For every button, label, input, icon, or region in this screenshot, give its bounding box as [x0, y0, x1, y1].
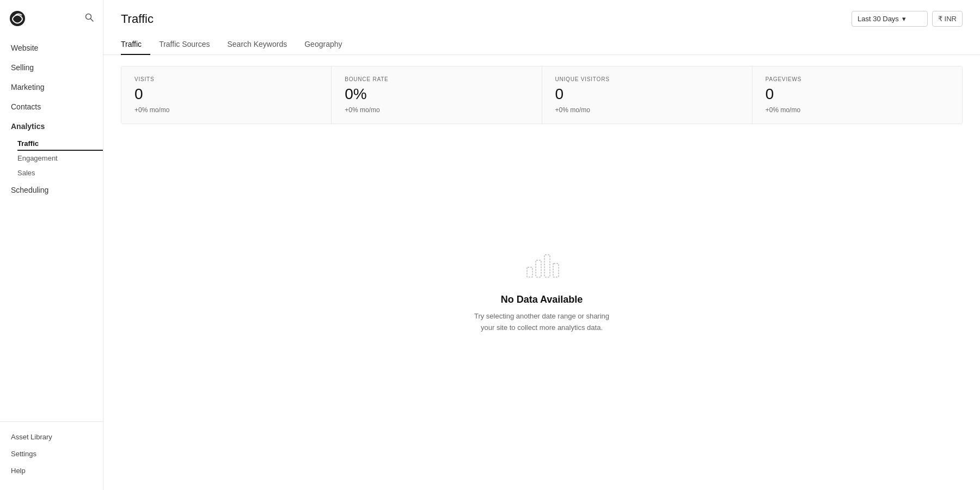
- sidebar-item-scheduling[interactable]: Scheduling: [0, 180, 103, 200]
- stat-card-visits: VISITS 0 +0% mo/mo: [121, 66, 332, 124]
- chevron-down-icon: ▾: [902, 15, 906, 23]
- sidebar: Website Selling Marketing Contacts Analy…: [0, 0, 103, 490]
- tab-geography[interactable]: Geography: [304, 35, 351, 55]
- tab-traffic-sources[interactable]: Traffic Sources: [159, 35, 218, 55]
- empty-state-title: No Data Available: [501, 294, 583, 305]
- currency-selector[interactable]: ₹ INR: [932, 11, 963, 27]
- svg-rect-6: [553, 264, 559, 277]
- stat-label-pageviews: PAGEVIEWS: [765, 76, 949, 82]
- stat-value-visits: 0: [134, 85, 318, 103]
- empty-state-subtitle: Try selecting another date range or shar…: [471, 311, 612, 334]
- svg-rect-3: [527, 267, 532, 277]
- stats-row: VISITS 0 +0% mo/mo BOUNCE RATE 0% +0% mo…: [121, 66, 963, 124]
- sidebar-item-traffic[interactable]: Traffic: [17, 136, 103, 151]
- stat-card-bounce-rate: BOUNCE RATE 0% +0% mo/mo: [332, 66, 542, 124]
- svg-rect-5: [544, 255, 550, 277]
- page-title: Traffic: [121, 12, 154, 26]
- svg-line-2: [91, 19, 94, 22]
- sidebar-top: [0, 0, 103, 34]
- search-icon[interactable]: [84, 13, 94, 24]
- stat-value-bounce-rate: 0%: [345, 85, 528, 103]
- tab-traffic[interactable]: Traffic: [121, 35, 150, 55]
- sidebar-item-website[interactable]: Website: [0, 38, 103, 58]
- sidebar-item-engagement[interactable]: Engagement: [17, 151, 103, 166]
- sidebar-item-asset-library[interactable]: Asset Library: [0, 428, 103, 445]
- analytics-subnav: Traffic Engagement Sales: [0, 136, 103, 180]
- stat-change-visits: +0% mo/mo: [134, 106, 318, 114]
- sidebar-item-sales[interactable]: Sales: [17, 166, 103, 180]
- sidebar-bottom: Asset Library Settings Help: [0, 421, 103, 490]
- sidebar-item-marketing[interactable]: Marketing: [0, 77, 103, 97]
- sidebar-item-help[interactable]: Help: [0, 462, 103, 479]
- sidebar-navigation: Website Selling Marketing Contacts Analy…: [0, 34, 103, 421]
- sidebar-item-selling[interactable]: Selling: [0, 58, 103, 77]
- main-content: Traffic Last 30 Days ▾ ₹ INR Traffic Tra…: [103, 0, 980, 490]
- squarespace-logo-icon[interactable]: [9, 10, 26, 27]
- sidebar-item-contacts[interactable]: Contacts: [0, 97, 103, 117]
- date-range-label: Last 30 Days: [857, 15, 899, 23]
- stat-label-unique-visitors: UNIQUE VISITORS: [555, 76, 739, 82]
- stat-card-unique-visitors: UNIQUE VISITORS 0 +0% mo/mo: [542, 66, 752, 124]
- no-data-chart-icon: [523, 248, 561, 283]
- page-header: Traffic Last 30 Days ▾ ₹ INR: [103, 0, 980, 27]
- date-range-selector[interactable]: Last 30 Days ▾: [852, 11, 928, 27]
- stat-change-unique-visitors: +0% mo/mo: [555, 106, 739, 114]
- sidebar-item-analytics[interactable]: Analytics: [0, 117, 103, 136]
- tab-search-keywords[interactable]: Search Keywords: [228, 35, 296, 55]
- empty-state: No Data Available Try selecting another …: [103, 124, 980, 490]
- sidebar-item-settings[interactable]: Settings: [0, 445, 103, 462]
- header-controls: Last 30 Days ▾ ₹ INR: [852, 11, 963, 27]
- stat-card-pageviews: PAGEVIEWS 0 +0% mo/mo: [752, 66, 962, 124]
- stat-value-unique-visitors: 0: [555, 85, 739, 103]
- stat-label-bounce-rate: BOUNCE RATE: [345, 76, 528, 82]
- tabs-bar: Traffic Traffic Sources Search Keywords …: [103, 27, 980, 55]
- stat-value-pageviews: 0: [765, 85, 949, 103]
- stat-change-bounce-rate: +0% mo/mo: [345, 106, 528, 114]
- stat-change-pageviews: +0% mo/mo: [765, 106, 949, 114]
- svg-rect-4: [536, 260, 541, 277]
- stat-label-visits: VISITS: [134, 76, 318, 82]
